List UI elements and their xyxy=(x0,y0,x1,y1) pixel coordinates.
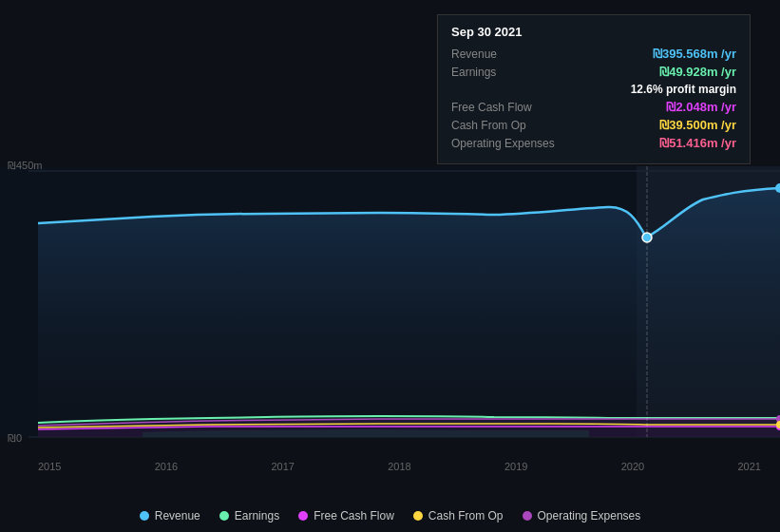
x-label-2018: 2018 xyxy=(388,461,410,472)
tooltip-label-cash-from-op: Cash From Op xyxy=(451,119,526,132)
tooltip-row-earnings: Earnings ₪49.928m /yr xyxy=(451,65,736,79)
x-label-2017: 2017 xyxy=(272,461,295,472)
y-label-0: ₪0 xyxy=(8,432,22,445)
legend: Revenue Earnings Free Cash Flow Cash Fro… xyxy=(0,509,780,522)
tooltip-title: Sep 30 2021 xyxy=(451,25,736,39)
tooltip-row-op-expenses: Operating Expenses ₪51.416m /yr xyxy=(451,136,736,150)
x-label-2021: 2021 xyxy=(738,461,761,472)
x-axis: 2015 2016 2017 2018 2019 2020 2021 xyxy=(0,461,780,472)
tooltip: Sep 30 2021 Revenue ₪395.568m /yr Earnin… xyxy=(437,14,751,164)
svg-point-5 xyxy=(642,233,652,242)
legend-dot-free-cash xyxy=(298,511,308,521)
tooltip-value-cash-from-op: ₪39.500m /yr xyxy=(659,118,736,132)
tooltip-value-profit-margin: 12.6% profit margin xyxy=(631,83,736,96)
legend-item-earnings[interactable]: Earnings xyxy=(219,509,279,522)
legend-label-earnings: Earnings xyxy=(235,509,279,522)
tooltip-value-op-expenses: ₪51.416m /yr xyxy=(659,136,736,150)
x-label-2015: 2015 xyxy=(38,461,61,472)
tooltip-value-free-cash: ₪2.048m /yr xyxy=(666,100,736,114)
chart-container: Sep 30 2021 Revenue ₪395.568m /yr Earnin… xyxy=(0,0,780,532)
y-label-450: ₪450m xyxy=(8,160,43,172)
tooltip-row-revenue: Revenue ₪395.568m /yr xyxy=(451,47,736,61)
legend-item-revenue[interactable]: Revenue xyxy=(140,509,200,522)
tooltip-row-free-cash: Free Cash Flow ₪2.048m /yr xyxy=(451,100,736,114)
legend-label-cash-from-op: Cash From Op xyxy=(428,509,504,522)
tooltip-label-op-expenses: Operating Expenses xyxy=(451,137,555,150)
legend-item-free-cash[interactable]: Free Cash Flow xyxy=(298,509,394,522)
legend-dot-op-expenses xyxy=(523,511,532,521)
tooltip-label-earnings: Earnings xyxy=(451,66,496,79)
tooltip-value-revenue: ₪395.568m /yr xyxy=(653,47,736,61)
x-label-2016: 2016 xyxy=(155,461,178,472)
x-label-2019: 2019 xyxy=(504,461,527,472)
tooltip-label-free-cash: Free Cash Flow xyxy=(451,101,532,114)
tooltip-label-revenue: Revenue xyxy=(451,48,497,61)
legend-label-revenue: Revenue xyxy=(155,509,200,522)
tooltip-profit-margin-row: 12.6% profit margin xyxy=(451,83,736,96)
legend-item-cash-from-op[interactable]: Cash From Op xyxy=(413,509,504,522)
legend-dot-earnings xyxy=(219,511,229,521)
tooltip-value-earnings: ₪49.928m /yr xyxy=(659,65,736,79)
legend-item-op-expenses[interactable]: Operating Expenses xyxy=(523,509,641,522)
tooltip-row-cash-from-op: Cash From Op ₪39.500m /yr xyxy=(451,118,736,132)
x-label-2020: 2020 xyxy=(621,461,644,472)
legend-dot-revenue xyxy=(140,511,149,521)
legend-label-free-cash: Free Cash Flow xyxy=(314,509,394,522)
legend-dot-cash-from-op xyxy=(413,511,423,521)
legend-label-op-expenses: Operating Expenses xyxy=(538,509,641,522)
